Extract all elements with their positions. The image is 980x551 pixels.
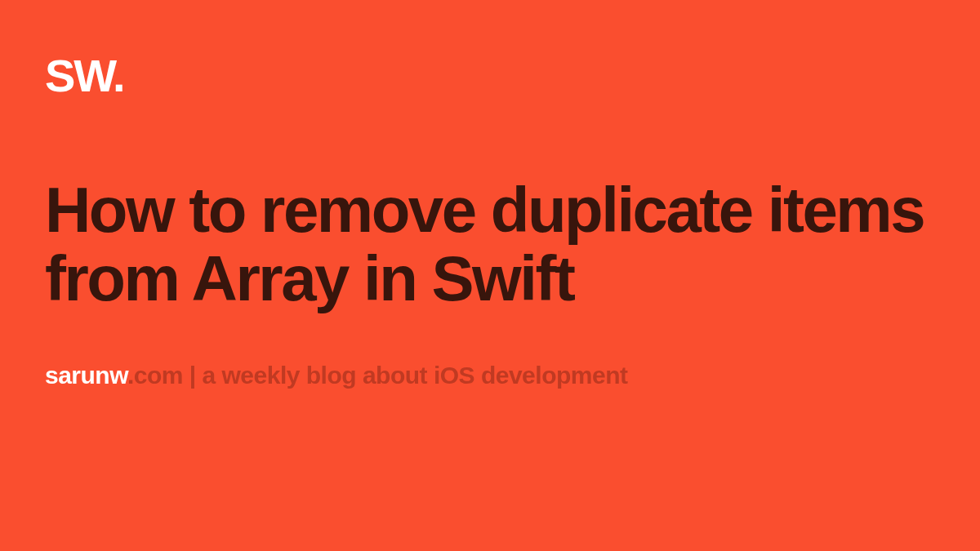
footer-domain: sarunw bbox=[45, 362, 127, 389]
footer-description: .com | a weekly blog about iOS developme… bbox=[127, 362, 628, 389]
footer-tagline: sarunw.com | a weekly blog about iOS dev… bbox=[45, 362, 935, 389]
article-title: How to remove duplicate items from Array… bbox=[45, 176, 927, 313]
site-logo: SW. bbox=[45, 49, 935, 102]
